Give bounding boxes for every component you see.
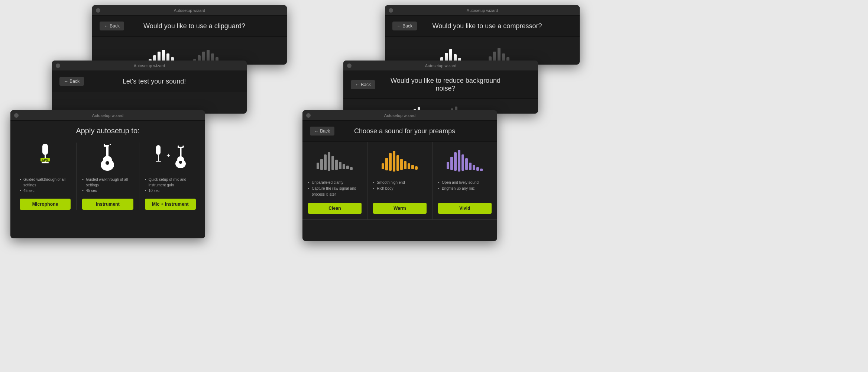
svg-rect-96 xyxy=(476,167,479,171)
back-button[interactable]: ← Back xyxy=(351,80,375,89)
microphone-icon-container: +48V xyxy=(35,143,55,172)
mic-instrument-desc: Quick setup of mic and instrument gain 1… xyxy=(145,177,196,193)
mic-instrument-button[interactable]: Mic + instrument xyxy=(145,199,196,210)
svg-rect-75 xyxy=(343,164,345,169)
svg-rect-73 xyxy=(335,160,338,170)
svg-rect-92 xyxy=(461,154,464,171)
header-title: Choose a sound for your preamps xyxy=(342,127,467,135)
window-title: Autosetup wizard xyxy=(384,113,415,118)
titlebar: Autosetup wizard xyxy=(92,5,287,16)
preamp-options: Unparalleled clarity Capture the raw sig… xyxy=(302,142,497,220)
window-title: Autosetup wizard xyxy=(467,8,498,13)
back-button[interactable]: ← Back xyxy=(59,77,84,86)
window-title: Autosetup wizard xyxy=(174,8,205,13)
window-title: Autosetup wizard xyxy=(92,113,123,118)
window-header: ← Back Choose a sound for your preamps xyxy=(302,121,497,142)
svg-rect-97 xyxy=(480,169,483,171)
microphone-button[interactable]: Microphone xyxy=(20,199,71,210)
clean-waveform xyxy=(315,147,354,175)
svg-rect-93 xyxy=(465,158,468,170)
svg-point-37 xyxy=(179,161,182,164)
close-button[interactable] xyxy=(56,63,60,68)
test-sound-window: Autosetup wizard ← Back Let's test your … xyxy=(52,61,247,114)
close-button[interactable] xyxy=(306,113,311,118)
compressor-window: Autosetup wizard ← Back Would you like t… xyxy=(385,5,580,65)
svg-rect-18 xyxy=(42,162,49,163)
svg-rect-79 xyxy=(385,158,388,170)
back-button[interactable]: ← Back xyxy=(310,127,334,136)
header-title: Would you like to use a clipguard? xyxy=(132,22,257,30)
close-button[interactable] xyxy=(347,63,352,68)
svg-rect-70 xyxy=(324,154,327,170)
svg-rect-77 xyxy=(350,167,353,170)
header-title: Let's test your sound! xyxy=(91,78,217,85)
svg-point-26 xyxy=(110,144,111,145)
svg-rect-89 xyxy=(450,157,453,170)
instrument-button[interactable]: Instrument xyxy=(82,199,133,210)
titlebar: Autosetup wizard xyxy=(10,110,205,121)
svg-rect-87 xyxy=(415,166,418,170)
window-title: Autosetup wizard xyxy=(134,63,165,68)
svg-text:+48V: +48V xyxy=(42,159,48,161)
svg-rect-29 xyxy=(158,155,159,161)
apply-option-instrument: Guided walkthrough of all settings 45 se… xyxy=(77,143,139,210)
svg-rect-16 xyxy=(42,144,48,155)
back-button[interactable]: ← Back xyxy=(100,22,124,30)
warm-waveform xyxy=(380,147,420,175)
apply-autosetup-window: Autosetup wizard Apply autosetup to: xyxy=(10,110,205,238)
titlebar: Autosetup wizard xyxy=(385,5,580,16)
warm-desc: Smooth high end Rich body xyxy=(373,180,427,192)
clean-button[interactable]: Clean xyxy=(308,203,362,214)
svg-rect-74 xyxy=(339,162,341,169)
apply-title: Apply autosetup to: xyxy=(10,127,205,135)
microphone-desc: Guided walkthrough of all settings 45 se… xyxy=(20,177,71,193)
vivid-button[interactable]: Vivid xyxy=(438,203,492,214)
back-button[interactable]: ← Back xyxy=(392,22,417,30)
apply-options: +48V Guided walkthrough of all settings … xyxy=(10,143,205,210)
vivid-desc: Open and lively sound Brighten up any mi… xyxy=(438,180,492,192)
window-header: ← Back Would you like to use a clipguard… xyxy=(92,16,287,37)
svg-point-25 xyxy=(104,144,105,145)
instrument-desc: Guided walkthrough of all settings 45 se… xyxy=(82,177,133,193)
svg-rect-94 xyxy=(469,163,472,170)
svg-rect-71 xyxy=(328,152,330,171)
close-button[interactable] xyxy=(96,8,100,13)
svg-rect-69 xyxy=(320,159,323,170)
window-header: ← Back Let's test your sound! xyxy=(52,71,247,92)
header-title: Would you like to use a compressor? xyxy=(424,22,550,30)
warm-button[interactable]: Warm xyxy=(373,203,427,214)
svg-point-35 xyxy=(178,146,179,147)
svg-rect-90 xyxy=(454,152,457,171)
svg-rect-33 xyxy=(180,147,182,160)
svg-rect-86 xyxy=(411,165,414,169)
window-body: Unparalleled clarity Capture the raw sig… xyxy=(302,142,497,220)
svg-rect-82 xyxy=(396,155,399,171)
noise-reduction-window: Autosetup wizard ← Back Would you like t… xyxy=(343,61,538,114)
close-button[interactable] xyxy=(389,8,393,13)
vivid-waveform xyxy=(446,147,485,175)
svg-rect-76 xyxy=(346,166,349,169)
window-body: Apply autosetup to: +48V xyxy=(10,121,205,216)
svg-rect-72 xyxy=(331,156,334,170)
svg-point-27 xyxy=(106,161,109,165)
svg-rect-28 xyxy=(156,145,161,155)
titlebar: Autosetup wizard xyxy=(302,110,497,121)
svg-rect-23 xyxy=(106,146,108,161)
header-title: Would you like to reduce background nois… xyxy=(383,77,508,92)
svg-point-36 xyxy=(182,146,184,147)
window-title: Autosetup wizard xyxy=(425,63,456,68)
close-button[interactable] xyxy=(14,113,19,118)
svg-rect-83 xyxy=(400,159,403,170)
svg-rect-85 xyxy=(408,163,410,169)
preamp-option-clean: Unparalleled clarity Capture the raw sig… xyxy=(302,142,367,219)
preamp-option-vivid: Open and lively sound Brighten up any mi… xyxy=(433,142,497,219)
svg-rect-81 xyxy=(393,151,395,172)
clipguard-window: Autosetup wizard ← Back Would you like t… xyxy=(92,5,287,65)
preamp-option-warm: Smooth high end Rich body Warm xyxy=(367,142,433,219)
svg-rect-80 xyxy=(389,153,392,171)
guitar-icon-container xyxy=(95,143,120,172)
svg-rect-78 xyxy=(382,163,384,169)
window-header: ← Back Would you like to use a compresso… xyxy=(385,16,580,37)
apply-option-microphone: +48V Guided walkthrough of all settings … xyxy=(14,143,77,210)
titlebar: Autosetup wizard xyxy=(52,61,247,71)
